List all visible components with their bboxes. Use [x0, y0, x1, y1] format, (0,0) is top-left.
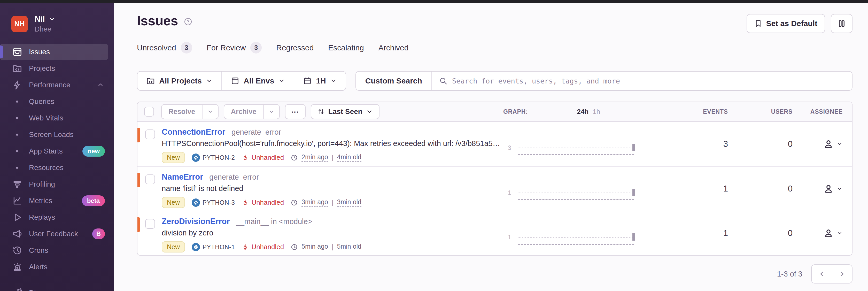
row-checkbox[interactable] [145, 219, 155, 229]
fire-icon [242, 199, 249, 206]
next-page-button[interactable] [832, 265, 852, 283]
profiling-icon [12, 179, 29, 189]
lightning-icon [12, 80, 29, 90]
sidebar-item-label: Screen Loads [29, 130, 74, 139]
assignee-selector[interactable] [793, 183, 852, 194]
users-count: 0 [728, 139, 793, 149]
sidebar-item-screen-loads[interactable]: Screen Loads [0, 126, 114, 143]
org-switcher[interactable]: NH Nil Dhee [11, 14, 106, 33]
columns-icon [838, 19, 846, 28]
page-filter-bar: All Projects All Envs 1H [137, 71, 346, 91]
tab-unresolved[interactable]: Unresolved 3 [137, 42, 192, 60]
bullet-icon [16, 117, 18, 119]
issue-times: 5min ago|5min old [291, 243, 362, 251]
tab-for-review[interactable]: For Review 3 [207, 42, 262, 60]
error-level-bar [137, 217, 140, 232]
sort-button[interactable]: Last Seen [311, 104, 379, 119]
issue-title-link[interactable]: NameError [162, 172, 203, 182]
new-badge: new [83, 146, 105, 156]
archive-button[interactable]: Archive [224, 104, 280, 119]
sidebar-item-label: Discover [29, 289, 57, 291]
events-count: 1 [663, 184, 728, 194]
chevron-down-icon [330, 78, 337, 84]
folder-code-icon [146, 77, 155, 85]
sidebar-item-issues[interactable]: Issues [0, 44, 108, 60]
issue-times: 2min ago|4min old [291, 153, 362, 162]
sidebar-item-resources[interactable]: Resources [0, 159, 114, 176]
select-all-checkbox[interactable] [144, 107, 154, 117]
custom-search-button[interactable]: Custom Search [356, 71, 432, 90]
sidebar-item-label: Metrics [29, 197, 52, 205]
chevron-down-icon [278, 78, 285, 84]
project-tag[interactable]: PYTHON-3 [192, 199, 235, 207]
toggle-panel-button[interactable] [831, 14, 852, 33]
person-icon [823, 139, 834, 149]
bullet-icon [16, 100, 18, 103]
sidebar-item-queries[interactable]: Queries [0, 93, 114, 110]
sidebar-item-label: Crons [29, 246, 48, 255]
sidebar-item-replays[interactable]: Replays [0, 209, 114, 226]
sidebar-item-performance[interactable]: Performance [0, 77, 114, 93]
metrics-icon [12, 196, 29, 206]
chevron-down-icon[interactable] [263, 105, 279, 119]
org-avatar: NH [11, 16, 28, 32]
bullet-icon [16, 167, 18, 169]
issue-row: ConnectionError generate_error HTTPSConn… [137, 122, 852, 166]
project-tag[interactable]: PYTHON-2 [192, 153, 235, 162]
issue-message: division by zero [162, 229, 503, 237]
row-checkbox[interactable] [145, 129, 155, 139]
page-title: Issues [137, 13, 178, 28]
tab-escalating[interactable]: Escalating [328, 42, 364, 60]
bullet-icon [16, 134, 18, 136]
tab-archived[interactable]: Archived [378, 42, 409, 60]
column-users: USERS [728, 108, 793, 115]
prev-page-button[interactable] [812, 265, 832, 283]
help-icon[interactable] [184, 17, 192, 26]
env-filter[interactable]: All Envs [221, 71, 294, 90]
assignee-selector[interactable] [793, 228, 852, 238]
time-range-filter[interactable]: 1H [294, 71, 345, 90]
beta-badge: beta [82, 195, 105, 206]
clock-history-icon [12, 245, 29, 255]
graph-24h-toggle[interactable]: 24h [577, 108, 589, 116]
search-bar-group: Custom Search [355, 71, 852, 91]
chevron-left-icon [818, 270, 826, 278]
sidebar-item-discover[interactable]: Discover [0, 285, 114, 291]
chevron-up-icon[interactable] [97, 82, 104, 88]
graph-1h-toggle[interactable]: 1h [593, 108, 600, 116]
person-icon [823, 183, 834, 194]
more-actions-button[interactable]: ⋯ [285, 104, 306, 119]
sidebar-item-label: App Starts [29, 147, 63, 155]
sidebar-item-label: User Feedback [29, 230, 78, 238]
project-tag[interactable]: PYTHON-1 [192, 243, 235, 251]
sidebar-item-metrics[interactable]: Metrics beta [0, 193, 114, 209]
issues-table-header: Resolve Archive ⋯ Last Seen GRAPH: [137, 102, 852, 122]
row-checkbox[interactable] [145, 174, 155, 184]
sidebar-item-crons[interactable]: Crons [0, 242, 114, 259]
sidebar-item-projects[interactable]: Projects [0, 60, 114, 77]
issue-message: HTTPSConnectionPool(host='rufn.fmoceky.i… [162, 139, 503, 148]
issue-title-link[interactable]: ZeroDivisionError [162, 217, 230, 226]
python-icon [192, 199, 200, 207]
column-graph: GRAPH: [503, 108, 528, 115]
sidebar-item-alerts[interactable]: Alerts [0, 259, 114, 275]
tab-regressed[interactable]: Regressed [276, 42, 314, 60]
issue-title-link[interactable]: ConnectionError [162, 127, 225, 137]
set-as-default-button[interactable]: Set as Default [747, 14, 825, 33]
sidebar-item-profiling[interactable]: Profiling [0, 176, 114, 193]
search-input[interactable] [452, 77, 845, 85]
project-filter[interactable]: All Projects [137, 71, 221, 90]
resolve-button[interactable]: Resolve [161, 104, 219, 119]
issue-row: NameError generate_error name 'listf' is… [137, 166, 852, 211]
sidebar-item-web-vitals[interactable]: Web Vitals [0, 110, 114, 126]
users-count: 0 [728, 184, 793, 194]
assignee-selector[interactable] [793, 139, 852, 149]
issue-culprit: __main__ in <module> [236, 217, 312, 226]
sidebar-item-user-feedback[interactable]: User Feedback B [0, 226, 114, 242]
column-assignee: ASSIGNEE [793, 108, 852, 115]
chevron-down-icon[interactable] [202, 105, 218, 119]
issue-sparkline: 3 [503, 122, 663, 166]
sidebar-nav: Issues Projects Performance Queries Web … [0, 44, 114, 291]
calendar-icon [303, 77, 312, 85]
sidebar-item-app-starts[interactable]: App Starts new [0, 143, 114, 159]
